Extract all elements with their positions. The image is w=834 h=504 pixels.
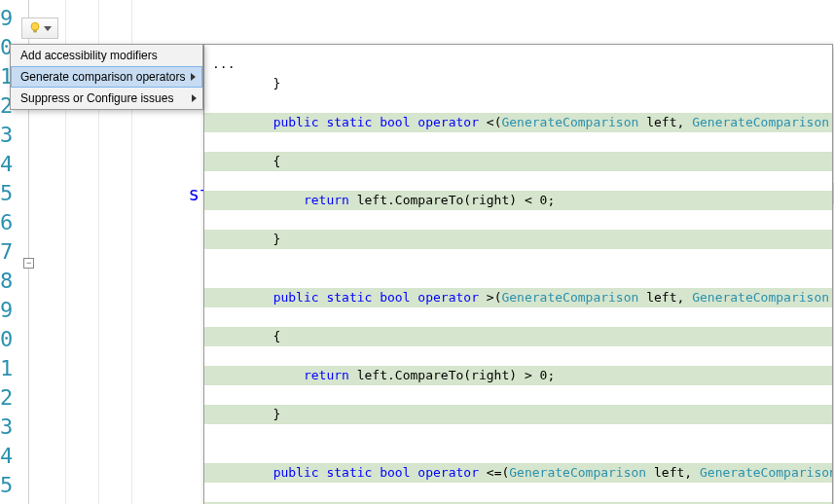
svg-point-0 <box>31 22 39 30</box>
preview-code: ... } public static bool operator <(Gene… <box>204 45 832 504</box>
line-number: 7 <box>0 237 15 267</box>
quick-action-item[interactable]: Suppress or Configure issues <box>11 88 202 109</box>
preview-flyout: ... } public static bool operator <(Gene… <box>203 44 833 504</box>
chevron-down-icon <box>44 26 52 31</box>
lightbulb-icon <box>28 21 42 35</box>
line-number: 5 <box>0 179 15 208</box>
quick-actions-button[interactable] <box>21 18 58 39</box>
line-number: 5 <box>0 471 15 500</box>
chevron-right-icon <box>191 73 196 81</box>
line-number: 6 <box>0 208 15 237</box>
line-number: 8 <box>0 267 15 296</box>
line-number: 2 <box>0 383 15 413</box>
line-number: 9 <box>0 296 15 325</box>
line-number: 9 <box>0 4 15 33</box>
line-number: 3 <box>0 413 15 442</box>
svg-rect-1 <box>33 30 37 33</box>
line-number: 0 <box>0 325 15 354</box>
quick-action-item[interactable]: Add accessibility modifiers <box>11 45 202 66</box>
line-number: 6 <box>0 500 15 504</box>
line-number: 4 <box>0 150 15 179</box>
chevron-right-icon <box>192 94 197 102</box>
line-number: 4 <box>0 442 15 471</box>
quick-actions-menu: Add accessibility modifiersGenerate comp… <box>10 44 203 110</box>
line-number: 1 <box>0 354 15 383</box>
line-number: 3 <box>0 121 15 150</box>
quick-action-item[interactable]: Generate comparison operators <box>11 66 202 88</box>
